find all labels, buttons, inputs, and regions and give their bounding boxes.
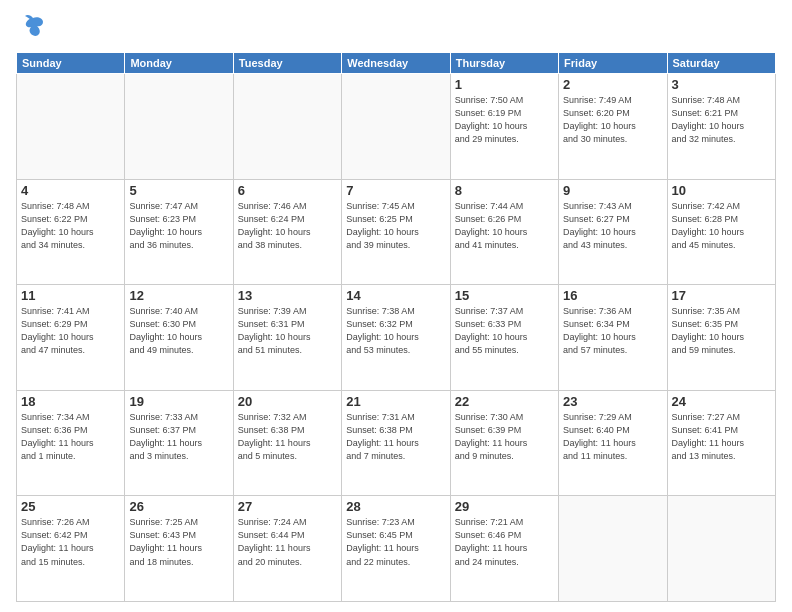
calendar-cell: 25Sunrise: 7:26 AM Sunset: 6:42 PM Dayli…	[17, 496, 125, 602]
day-number: 2	[563, 77, 662, 92]
calendar-cell: 15Sunrise: 7:37 AM Sunset: 6:33 PM Dayli…	[450, 285, 558, 391]
calendar-cell: 24Sunrise: 7:27 AM Sunset: 6:41 PM Dayli…	[667, 390, 775, 496]
day-info: Sunrise: 7:27 AM Sunset: 6:41 PM Dayligh…	[672, 411, 771, 463]
page: SundayMondayTuesdayWednesdayThursdayFrid…	[0, 0, 792, 612]
day-info: Sunrise: 7:44 AM Sunset: 6:26 PM Dayligh…	[455, 200, 554, 252]
day-info: Sunrise: 7:43 AM Sunset: 6:27 PM Dayligh…	[563, 200, 662, 252]
day-number: 19	[129, 394, 228, 409]
day-number: 6	[238, 183, 337, 198]
calendar-cell: 8Sunrise: 7:44 AM Sunset: 6:26 PM Daylig…	[450, 179, 558, 285]
calendar-cell: 21Sunrise: 7:31 AM Sunset: 6:38 PM Dayli…	[342, 390, 450, 496]
weekday-header-row: SundayMondayTuesdayWednesdayThursdayFrid…	[17, 53, 776, 74]
day-number: 16	[563, 288, 662, 303]
day-number: 8	[455, 183, 554, 198]
day-number: 23	[563, 394, 662, 409]
calendar-cell: 20Sunrise: 7:32 AM Sunset: 6:38 PM Dayli…	[233, 390, 341, 496]
calendar-cell: 1Sunrise: 7:50 AM Sunset: 6:19 PM Daylig…	[450, 74, 558, 180]
weekday-header-cell: Friday	[559, 53, 667, 74]
calendar-cell	[559, 496, 667, 602]
calendar-cell: 11Sunrise: 7:41 AM Sunset: 6:29 PM Dayli…	[17, 285, 125, 391]
day-info: Sunrise: 7:49 AM Sunset: 6:20 PM Dayligh…	[563, 94, 662, 146]
calendar-cell: 10Sunrise: 7:42 AM Sunset: 6:28 PM Dayli…	[667, 179, 775, 285]
weekday-header-cell: Sunday	[17, 53, 125, 74]
day-number: 7	[346, 183, 445, 198]
day-info: Sunrise: 7:48 AM Sunset: 6:21 PM Dayligh…	[672, 94, 771, 146]
day-number: 4	[21, 183, 120, 198]
day-info: Sunrise: 7:23 AM Sunset: 6:45 PM Dayligh…	[346, 516, 445, 568]
day-number: 18	[21, 394, 120, 409]
day-info: Sunrise: 7:38 AM Sunset: 6:32 PM Dayligh…	[346, 305, 445, 357]
calendar-cell: 12Sunrise: 7:40 AM Sunset: 6:30 PM Dayli…	[125, 285, 233, 391]
calendar-week-row: 1Sunrise: 7:50 AM Sunset: 6:19 PM Daylig…	[17, 74, 776, 180]
day-info: Sunrise: 7:24 AM Sunset: 6:44 PM Dayligh…	[238, 516, 337, 568]
day-info: Sunrise: 7:30 AM Sunset: 6:39 PM Dayligh…	[455, 411, 554, 463]
day-number: 12	[129, 288, 228, 303]
calendar-cell: 27Sunrise: 7:24 AM Sunset: 6:44 PM Dayli…	[233, 496, 341, 602]
calendar-week-row: 4Sunrise: 7:48 AM Sunset: 6:22 PM Daylig…	[17, 179, 776, 285]
calendar-week-row: 25Sunrise: 7:26 AM Sunset: 6:42 PM Dayli…	[17, 496, 776, 602]
day-number: 14	[346, 288, 445, 303]
weekday-header-cell: Saturday	[667, 53, 775, 74]
calendar-cell: 18Sunrise: 7:34 AM Sunset: 6:36 PM Dayli…	[17, 390, 125, 496]
logo	[16, 12, 47, 44]
day-number: 29	[455, 499, 554, 514]
day-number: 26	[129, 499, 228, 514]
day-info: Sunrise: 7:35 AM Sunset: 6:35 PM Dayligh…	[672, 305, 771, 357]
day-number: 25	[21, 499, 120, 514]
day-number: 3	[672, 77, 771, 92]
day-number: 27	[238, 499, 337, 514]
day-info: Sunrise: 7:31 AM Sunset: 6:38 PM Dayligh…	[346, 411, 445, 463]
weekday-header-cell: Wednesday	[342, 53, 450, 74]
day-info: Sunrise: 7:33 AM Sunset: 6:37 PM Dayligh…	[129, 411, 228, 463]
calendar-cell: 17Sunrise: 7:35 AM Sunset: 6:35 PM Dayli…	[667, 285, 775, 391]
calendar-week-row: 18Sunrise: 7:34 AM Sunset: 6:36 PM Dayli…	[17, 390, 776, 496]
day-info: Sunrise: 7:47 AM Sunset: 6:23 PM Dayligh…	[129, 200, 228, 252]
calendar-cell: 9Sunrise: 7:43 AM Sunset: 6:27 PM Daylig…	[559, 179, 667, 285]
calendar-cell: 5Sunrise: 7:47 AM Sunset: 6:23 PM Daylig…	[125, 179, 233, 285]
calendar-cell: 28Sunrise: 7:23 AM Sunset: 6:45 PM Dayli…	[342, 496, 450, 602]
day-number: 21	[346, 394, 445, 409]
calendar-cell: 26Sunrise: 7:25 AM Sunset: 6:43 PM Dayli…	[125, 496, 233, 602]
calendar-cell: 13Sunrise: 7:39 AM Sunset: 6:31 PM Dayli…	[233, 285, 341, 391]
calendar-cell	[667, 496, 775, 602]
calendar-cell: 16Sunrise: 7:36 AM Sunset: 6:34 PM Dayli…	[559, 285, 667, 391]
day-info: Sunrise: 7:25 AM Sunset: 6:43 PM Dayligh…	[129, 516, 228, 568]
day-number: 20	[238, 394, 337, 409]
weekday-header-cell: Tuesday	[233, 53, 341, 74]
day-info: Sunrise: 7:46 AM Sunset: 6:24 PM Dayligh…	[238, 200, 337, 252]
calendar-cell: 29Sunrise: 7:21 AM Sunset: 6:46 PM Dayli…	[450, 496, 558, 602]
calendar-body: 1Sunrise: 7:50 AM Sunset: 6:19 PM Daylig…	[17, 74, 776, 602]
logo-bird-icon	[19, 12, 47, 44]
calendar-cell	[125, 74, 233, 180]
day-info: Sunrise: 7:21 AM Sunset: 6:46 PM Dayligh…	[455, 516, 554, 568]
day-info: Sunrise: 7:29 AM Sunset: 6:40 PM Dayligh…	[563, 411, 662, 463]
day-number: 13	[238, 288, 337, 303]
day-number: 28	[346, 499, 445, 514]
calendar-table: SundayMondayTuesdayWednesdayThursdayFrid…	[16, 52, 776, 602]
day-info: Sunrise: 7:48 AM Sunset: 6:22 PM Dayligh…	[21, 200, 120, 252]
calendar-cell: 14Sunrise: 7:38 AM Sunset: 6:32 PM Dayli…	[342, 285, 450, 391]
calendar-cell: 4Sunrise: 7:48 AM Sunset: 6:22 PM Daylig…	[17, 179, 125, 285]
calendar-cell: 7Sunrise: 7:45 AM Sunset: 6:25 PM Daylig…	[342, 179, 450, 285]
day-info: Sunrise: 7:37 AM Sunset: 6:33 PM Dayligh…	[455, 305, 554, 357]
day-number: 22	[455, 394, 554, 409]
calendar-cell	[17, 74, 125, 180]
day-number: 24	[672, 394, 771, 409]
calendar-cell: 19Sunrise: 7:33 AM Sunset: 6:37 PM Dayli…	[125, 390, 233, 496]
calendar-cell: 6Sunrise: 7:46 AM Sunset: 6:24 PM Daylig…	[233, 179, 341, 285]
day-number: 1	[455, 77, 554, 92]
weekday-header-cell: Thursday	[450, 53, 558, 74]
day-number: 17	[672, 288, 771, 303]
day-info: Sunrise: 7:39 AM Sunset: 6:31 PM Dayligh…	[238, 305, 337, 357]
day-info: Sunrise: 7:50 AM Sunset: 6:19 PM Dayligh…	[455, 94, 554, 146]
calendar-cell: 22Sunrise: 7:30 AM Sunset: 6:39 PM Dayli…	[450, 390, 558, 496]
header	[16, 12, 776, 44]
calendar-week-row: 11Sunrise: 7:41 AM Sunset: 6:29 PM Dayli…	[17, 285, 776, 391]
calendar-cell	[342, 74, 450, 180]
weekday-header-cell: Monday	[125, 53, 233, 74]
day-number: 9	[563, 183, 662, 198]
day-info: Sunrise: 7:34 AM Sunset: 6:36 PM Dayligh…	[21, 411, 120, 463]
day-info: Sunrise: 7:26 AM Sunset: 6:42 PM Dayligh…	[21, 516, 120, 568]
calendar-cell: 3Sunrise: 7:48 AM Sunset: 6:21 PM Daylig…	[667, 74, 775, 180]
calendar-cell: 2Sunrise: 7:49 AM Sunset: 6:20 PM Daylig…	[559, 74, 667, 180]
